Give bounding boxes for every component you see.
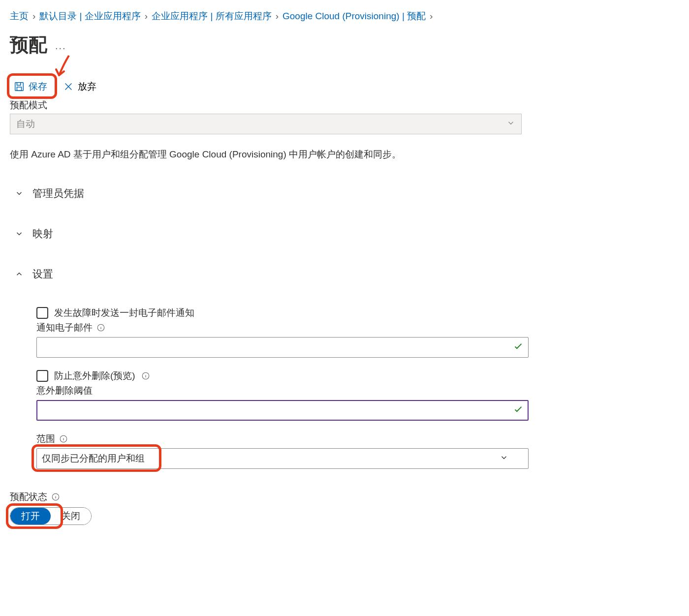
command-bar: 保存 放弃 (10, 77, 679, 96)
notification-email-input[interactable] (36, 337, 529, 358)
checkmark-icon (513, 341, 524, 354)
scope-label: 范围 (36, 432, 55, 445)
prevent-accidental-delete-label: 防止意外删除(预览) (54, 370, 135, 382)
chevron-down-icon (500, 453, 508, 464)
accordion-admin-credentials-label: 管理员凭据 (32, 186, 84, 200)
chevron-right-icon: › (430, 11, 433, 22)
provisioning-description: 使用 Azure AD 基于用户和组分配管理 Google Cloud (Pro… (10, 148, 679, 161)
accordion-settings[interactable]: 设置 (10, 261, 679, 287)
page-title: 预配 (10, 32, 47, 58)
chevron-right-icon: › (145, 11, 148, 22)
svg-rect-1 (17, 87, 21, 91)
breadcrumb: 主页 › 默认目录 | 企业应用程序 › 企业应用程序 | 所有应用程序 › G… (10, 10, 679, 23)
info-icon[interactable] (59, 434, 68, 443)
svg-rect-0 (15, 83, 24, 91)
chevron-up-icon (15, 270, 24, 278)
checkmark-icon (513, 404, 524, 417)
provisioning-status-label: 预配状态 (10, 491, 47, 503)
accordion-admin-credentials[interactable]: 管理员凭据 (10, 181, 679, 206)
discard-button-label: 放弃 (78, 80, 96, 93)
save-icon (14, 81, 25, 92)
failure-email-checkbox[interactable] (36, 307, 48, 319)
save-button-label: 保存 (29, 80, 47, 93)
scope-dropdown-value: 仅同步已分配的用户和组 (42, 452, 145, 465)
accidental-delete-threshold-input[interactable] (36, 400, 529, 421)
accordion-mappings-label: 映射 (32, 227, 53, 241)
toggle-option-on[interactable]: 打开 (10, 508, 51, 524)
more-actions-button[interactable]: ··· (55, 42, 66, 54)
provisioning-status-toggle[interactable]: 打开 关闭 (10, 507, 92, 525)
info-icon[interactable] (96, 323, 105, 332)
failure-email-checkbox-label: 发生故障时发送一封电子邮件通知 (54, 307, 194, 319)
close-icon (63, 81, 74, 92)
settings-panel: 发生故障时发送一封电子邮件通知 通知电子邮件 防止意外删除(预览) 意外删除阈值 (10, 287, 529, 469)
info-icon[interactable] (51, 493, 60, 501)
breadcrumb-default-directory[interactable]: 默认目录 | 企业应用程序 (39, 10, 141, 23)
info-icon[interactable] (141, 371, 150, 380)
prevent-accidental-delete-checkbox[interactable] (36, 370, 48, 382)
chevron-down-icon (506, 119, 515, 130)
discard-button[interactable]: 放弃 (59, 77, 103, 96)
chevron-down-icon (15, 229, 24, 238)
chevron-right-icon: › (276, 11, 279, 22)
save-button[interactable]: 保存 (10, 77, 54, 96)
accordion-settings-label: 设置 (32, 267, 53, 281)
provisioning-mode-select[interactable]: 自动 (10, 114, 522, 134)
breadcrumb-app-provisioning[interactable]: Google Cloud (Provisioning) | 预配 (282, 10, 426, 23)
provisioning-mode-value: 自动 (16, 118, 35, 130)
scope-dropdown[interactable]: 仅同步已分配的用户和组 (36, 448, 529, 469)
toggle-option-off[interactable]: 关闭 (51, 508, 91, 524)
breadcrumb-enterprise-apps[interactable]: 企业应用程序 | 所有应用程序 (152, 10, 272, 23)
provisioning-mode-label: 预配模式 (10, 99, 679, 112)
accordion-mappings[interactable]: 映射 (10, 221, 679, 246)
accidental-delete-threshold-label: 意外删除阈值 (36, 384, 93, 397)
chevron-down-icon (15, 189, 24, 198)
breadcrumb-home[interactable]: 主页 (10, 10, 29, 23)
notification-email-label: 通知电子邮件 (36, 321, 93, 334)
chevron-right-icon: › (32, 11, 35, 22)
